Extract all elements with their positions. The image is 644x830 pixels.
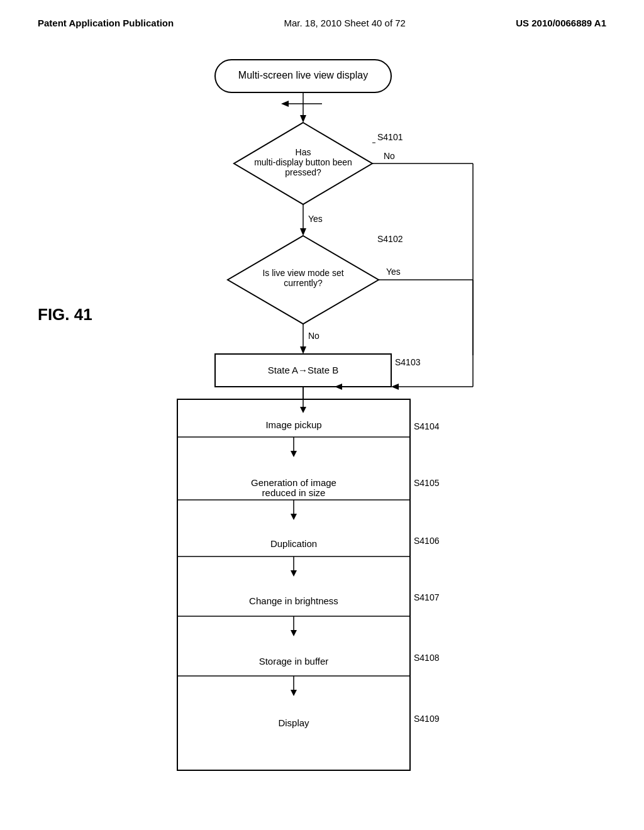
svg-text:Generation of image: Generation of image	[251, 477, 336, 488]
svg-text:S4102: S4102	[377, 234, 403, 244]
svg-text:Is live view mode set: Is live view mode set	[262, 268, 343, 278]
svg-text:Change in brightness: Change in brightness	[249, 595, 338, 606]
svg-text:pressed?: pressed?	[285, 167, 321, 177]
svg-text:Has: Has	[296, 147, 311, 157]
svg-text:Storage in buffer: Storage in buffer	[259, 656, 329, 667]
svg-text:multi-display button been: multi-display button been	[254, 157, 352, 167]
svg-marker-65	[281, 101, 289, 107]
page: Patent Application Publication Mar. 18, …	[0, 0, 644, 830]
start-node-text: Multi-screen live view display	[238, 70, 368, 80]
diagram-area: FIG. 41 Multi-screen live view display H…	[0, 35, 644, 802]
flowchart-svg: Multi-screen live view display Has multi…	[102, 47, 542, 789]
svg-text:S4109: S4109	[414, 714, 440, 724]
svg-text:No: No	[384, 151, 395, 161]
svg-text:reduced in size: reduced in size	[262, 487, 326, 498]
svg-text:Yes: Yes	[308, 214, 323, 224]
page-header: Patent Application Publication Mar. 18, …	[0, 0, 644, 35]
svg-text:S4107: S4107	[414, 592, 440, 602]
svg-text:Duplication: Duplication	[270, 538, 317, 549]
svg-text:State A→State B: State A→State B	[268, 365, 339, 375]
header-patent-number: US 2010/0066889 A1	[516, 18, 606, 28]
svg-marker-2	[300, 115, 306, 123]
svg-text:S4101: S4101	[377, 132, 403, 142]
svg-text:S4105: S4105	[414, 478, 440, 488]
svg-text:Yes: Yes	[386, 267, 401, 277]
svg-text:No: No	[308, 331, 319, 341]
header-publication-label: Patent Application Publication	[38, 18, 174, 28]
svg-text:S4103: S4103	[395, 357, 421, 367]
svg-text:S4108: S4108	[414, 653, 440, 663]
svg-text:Image pickup: Image pickup	[265, 419, 321, 430]
svg-marker-22	[300, 346, 306, 354]
svg-text:S4106: S4106	[414, 536, 440, 546]
svg-text:Display: Display	[278, 717, 309, 728]
svg-text:currently?: currently?	[284, 278, 323, 288]
svg-marker-29	[391, 384, 399, 390]
svg-text:S4104: S4104	[414, 421, 440, 431]
header-date-sheet: Mar. 18, 2010 Sheet 40 of 72	[284, 18, 405, 28]
svg-marker-13	[300, 228, 306, 236]
figure-label: FIG. 41	[38, 305, 92, 324]
